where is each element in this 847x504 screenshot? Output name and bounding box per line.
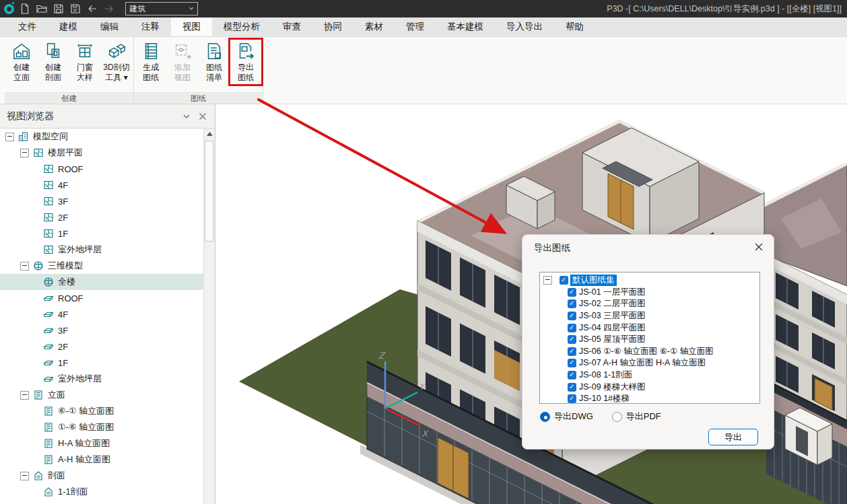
menu-tab[interactable]: 文件 [7, 17, 48, 36]
sheet-row[interactable]: JS-10 1#楼梯 [543, 393, 756, 404]
sheet-row[interactable]: JS-06 ①-⑥ 轴立面图 ⑥-① 轴立面图 [543, 346, 756, 358]
tree-item[interactable]: ⑥-① 轴立面图 [0, 403, 204, 419]
scrollbar-up-icon[interactable] [204, 129, 215, 139]
sheet-row[interactable]: JS-03 三层平面图 [543, 310, 756, 322]
tree-item-label: 1-1剖面 [58, 486, 88, 498]
sheet-row[interactable]: JS-09 楼梯大样图 [543, 381, 756, 393]
ribbon: 创建 立面创建 剖面门窗 大样3D剖切 工具 ▾创建生成 图纸添加 视图图纸 清… [0, 37, 847, 104]
i-plan [43, 228, 54, 239]
ribbon-button[interactable]: 3D剖切 工具 ▾ [101, 40, 132, 84]
tree-item[interactable]: 剖面 [0, 468, 204, 484]
checkbox-checked-icon[interactable] [568, 299, 576, 308]
panel-collapse-icon[interactable] [181, 111, 192, 122]
tree-item[interactable]: 4F [0, 306, 204, 322]
tree-item[interactable]: 全楼 [0, 274, 204, 290]
tree-expander-icon[interactable] [5, 133, 14, 141]
open-file-icon[interactable] [36, 3, 48, 15]
menu-tab[interactable]: 导入导出 [495, 17, 554, 36]
menu-tab[interactable]: 视图 [171, 17, 212, 36]
menu-tab[interactable]: 模型分析 [212, 17, 271, 36]
export-button[interactable]: 导出 [708, 429, 758, 445]
tree-expander-icon[interactable] [20, 391, 29, 400]
checkbox-checked-icon[interactable] [568, 359, 576, 367]
tree-item[interactable]: 3F [0, 322, 204, 338]
tree-item[interactable]: 4F [0, 177, 204, 193]
chevron-down-icon [189, 7, 194, 11]
ribbon-button[interactable]: 图纸 清单 [199, 40, 230, 84]
scrollbar-thumb[interactable] [205, 141, 213, 242]
tree-item[interactable]: A-H 轴立面图 [0, 452, 204, 468]
menu-tab[interactable]: 建模 [48, 17, 89, 36]
tree-expander-icon[interactable] [20, 149, 29, 157]
tree-expander-icon[interactable] [20, 472, 29, 480]
tree-item[interactable]: ROOF [0, 161, 204, 177]
sheet-row[interactable]: JS-05 屋顶平面图 [543, 334, 756, 346]
tree-item[interactable]: ①-⑥ 轴立面图 [0, 419, 204, 435]
sheet-row[interactable]: JS-04 四层平面图 [543, 322, 756, 334]
tree-item[interactable]: 3F [0, 193, 204, 209]
tree-item[interactable]: 1F [0, 225, 204, 242]
ribbon-button[interactable]: 门窗 大样 [69, 40, 100, 84]
sheet-row[interactable]: JS-01 一层平面图 [543, 287, 756, 299]
undo-icon[interactable] [86, 3, 98, 15]
right-wing [766, 254, 847, 504]
redo-icon[interactable] [103, 3, 115, 15]
tree-scrollbar[interactable] [203, 129, 215, 504]
menu-tab[interactable]: 帮助 [554, 17, 595, 36]
tree-item[interactable]: 2F [0, 209, 204, 225]
new-file-icon[interactable] [19, 3, 31, 15]
discipline-dropdown[interactable]: 建筑 [125, 2, 198, 15]
save-icon[interactable] [53, 3, 65, 15]
tree-item[interactable]: 室外地坪层 [0, 242, 204, 258]
menu-tab[interactable]: 管理 [395, 17, 436, 36]
tree-item[interactable]: 1-1剖面 [0, 484, 204, 500]
checkbox-checked-icon[interactable] [568, 394, 576, 403]
i-elev [43, 406, 54, 417]
ic-exp [236, 41, 256, 61]
checkbox-checked-icon[interactable] [560, 276, 568, 285]
ribbon-group-label: 图纸 [134, 92, 263, 104]
menu-tab[interactable]: 协同 [312, 17, 353, 36]
tree-expander-icon[interactable] [543, 276, 552, 285]
save-as-icon[interactable] [69, 3, 81, 15]
checkbox-checked-icon[interactable] [568, 312, 576, 320]
sheet-set-row[interactable]: 默认图纸集 [543, 275, 756, 287]
sheet-row[interactable]: JS-02 二层平面图 [543, 298, 756, 310]
ic-add [172, 41, 193, 61]
i-elev [43, 438, 54, 449]
checkbox-checked-icon[interactable] [568, 324, 576, 332]
menu-tab[interactable]: 编辑 [89, 17, 130, 36]
tree-item[interactable]: 楼层平面 [0, 145, 204, 161]
checkbox-checked-icon[interactable] [568, 347, 576, 356]
radio-export-dwg[interactable] [540, 412, 550, 422]
radio-export-pdf[interactable] [612, 412, 622, 422]
checkbox-checked-icon[interactable] [568, 383, 576, 392]
ribbon-button[interactable]: 创建 立面 [6, 40, 37, 84]
dialog-close-icon[interactable] [753, 241, 765, 253]
ribbon-button[interactable]: 导出 图纸 [230, 40, 261, 84]
sheet-row[interactable]: JS-08 1-1剖面 [543, 369, 756, 382]
checkbox-checked-icon[interactable] [568, 335, 576, 344]
ribbon-button[interactable]: 创建 剖面 [38, 40, 69, 84]
tree-item[interactable]: 1F [0, 355, 204, 371]
checkbox-checked-icon[interactable] [568, 288, 576, 297]
menu-tab[interactable]: 素材 [353, 17, 395, 36]
panel-close-icon[interactable] [197, 111, 208, 122]
tree-item[interactable]: 室外地坪层 [0, 371, 204, 387]
menu-tab[interactable]: 审查 [271, 17, 312, 36]
tree-item-label: 1F [58, 358, 68, 368]
menu-tab[interactable]: 注释 [130, 17, 171, 36]
checkbox-checked-icon[interactable] [568, 371, 576, 380]
tree-item[interactable]: H-A 轴立面图 [0, 435, 204, 452]
tree-item[interactable]: 模型空间 [0, 129, 204, 145]
tree-item[interactable]: 2F [0, 338, 204, 355]
menu-tab[interactable]: 基本建模 [436, 17, 495, 36]
tree-item-label: 全楼 [58, 276, 75, 288]
sheet-row[interactable]: JS-07 A-H 轴立面图 H-A 轴立面图 [543, 357, 756, 369]
tree-item[interactable]: ROOF [0, 290, 204, 306]
ribbon-button[interactable]: 添加 视图 [167, 40, 198, 84]
tree-item[interactable]: 立面 [0, 387, 204, 403]
tree-item[interactable]: 三维模型 [0, 258, 204, 274]
ribbon-button[interactable]: 生成 图纸 [135, 40, 166, 84]
tree-expander-icon[interactable] [20, 262, 29, 271]
